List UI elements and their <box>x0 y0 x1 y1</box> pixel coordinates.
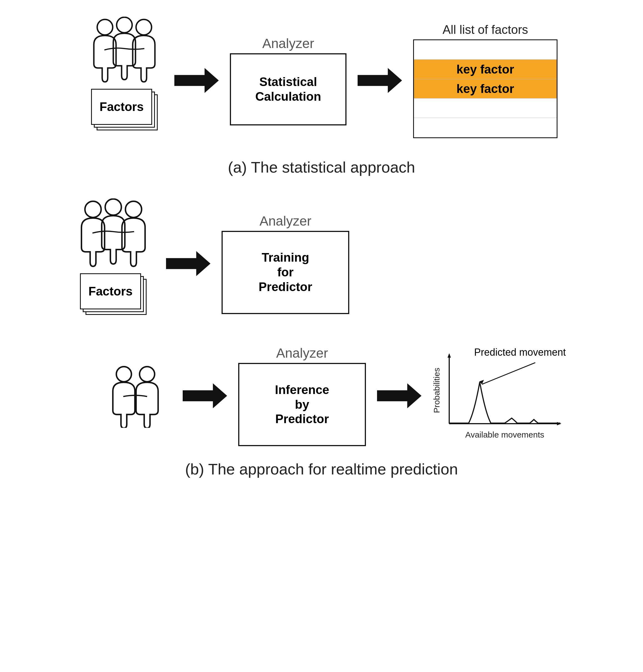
svg-point-7 <box>139 366 155 382</box>
arrow-b3 <box>377 384 422 408</box>
flist-row-key1: key factor <box>414 60 557 79</box>
svg-point-3 <box>85 201 101 217</box>
section-b: Factors Analyzer Training for Predictor <box>22 198 621 478</box>
flist-row-3 <box>414 99 557 118</box>
svg-line-12 <box>482 363 535 384</box>
factors-list-wrap: All list of factors key factor key facto… <box>413 23 558 138</box>
stat-calc-wrap: Analyzer Statistical Calculation <box>230 36 347 125</box>
training-label: Training for Predictor <box>258 250 312 294</box>
people-group-b-bot <box>99 364 172 428</box>
flist-row-4 <box>414 118 557 137</box>
svg-point-0 <box>97 20 113 35</box>
key-factor-label-1: key factor <box>457 62 514 76</box>
predicted-arrow-svg: Probabilities Available movements <box>433 346 571 446</box>
caption-a: (a) The statistical approach <box>228 158 415 176</box>
b-top-row: Factors Analyzer Training for Predictor <box>72 198 571 329</box>
people-icon-b-top <box>72 198 155 268</box>
svg-point-6 <box>116 366 131 382</box>
inference-box: Inference by Predictor <box>238 363 366 446</box>
stat-calc-box: Statistical Calculation <box>230 53 347 125</box>
factors-stack-b-top: Factors <box>77 273 149 329</box>
key-factor-label-2: key factor <box>457 82 514 96</box>
training-wrap: Analyzer Training for Predictor <box>221 213 349 314</box>
flist-row-key2: key factor <box>414 79 557 99</box>
people-factors-group-b-top: Factors <box>72 198 155 329</box>
inference-wrap: Analyzer Inference by Predictor <box>238 346 366 446</box>
people-icon-a <box>85 17 163 83</box>
inference-label: Inference by Predictor <box>275 383 329 426</box>
stat-calc-label: Statistical Calculation <box>255 75 321 104</box>
b-section-rows: Factors Analyzer Training for Predictor <box>72 198 571 446</box>
section-a-row: Factors Analyzer Statistical Calculation… <box>85 17 558 144</box>
factors-card-front: Factors <box>91 89 152 125</box>
factors-list-box: key factor key factor <box>413 39 558 138</box>
svg-point-1 <box>117 17 132 33</box>
arrow-b2 <box>183 384 227 408</box>
svg-point-5 <box>125 201 142 217</box>
svg-marker-10 <box>448 353 451 358</box>
arrow-b1 <box>166 251 210 276</box>
svg-point-2 <box>136 20 151 35</box>
arrow-a2 <box>357 68 402 93</box>
arrow-a1 <box>174 68 219 93</box>
analyzer-label-a: Analyzer <box>262 36 314 51</box>
caption-b: (b) The approach for realtime prediction <box>185 460 458 478</box>
factors-stack-a: Factors <box>88 89 160 144</box>
analyzer-label-b-top: Analyzer <box>259 213 312 229</box>
svg-text:Available movements: Available movements <box>465 430 544 439</box>
factors-list-title: All list of factors <box>442 23 528 37</box>
factors-label-a: Factors <box>100 100 144 114</box>
people-factors-group-a: Factors <box>85 17 163 144</box>
svg-point-4 <box>105 199 121 215</box>
training-box: Training for Predictor <box>221 231 349 314</box>
analyzer-label-b-bot: Analyzer <box>276 346 328 361</box>
svg-text:Probabilities: Probabilities <box>433 368 441 413</box>
chart-wrap: Predicted movement Probab <box>433 346 571 446</box>
people-icon-b-bot <box>99 364 172 428</box>
flist-row-0 <box>414 40 557 60</box>
b-bot-row: Analyzer Inference by Predictor Predicte… <box>99 346 571 446</box>
factors-label-b: Factors <box>88 284 133 298</box>
fc-front-b: Factors <box>80 273 141 309</box>
section-a: Factors Analyzer Statistical Calculation… <box>22 17 621 176</box>
